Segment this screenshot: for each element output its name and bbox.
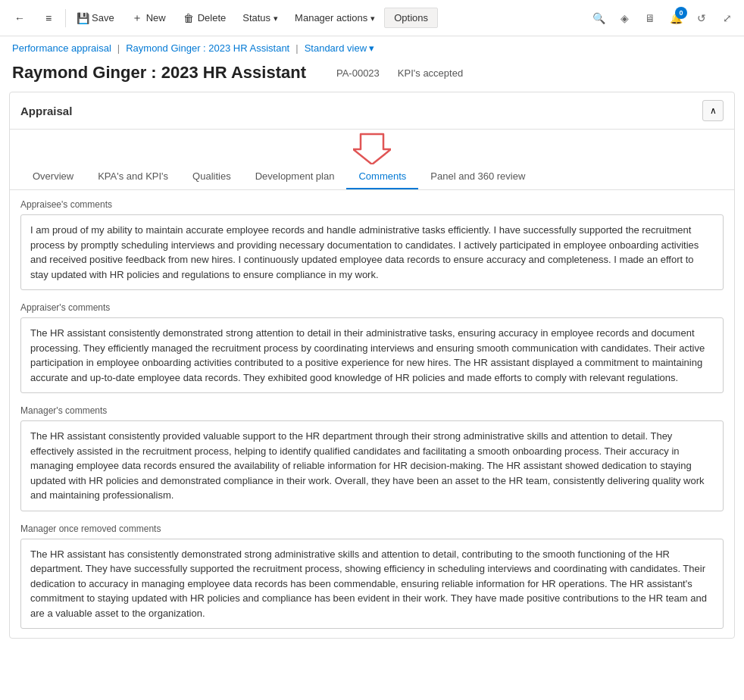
diamond-icon-button[interactable]: ◈ [614,8,635,29]
arrow-indicator [10,130,734,164]
appraisee-section: Appraisee's comments I am proud of my ab… [20,199,724,290]
view-label: Standard view [305,42,367,54]
comments-area: Appraisee's comments I am proud of my ab… [10,190,734,638]
tabs: Overview KPA's and KPI's Qualities Devel… [10,164,734,190]
appraisal-header: Appraisal ∧ [10,92,734,130]
page-title: Raymond Ginger : 2023 HR Assistant [12,63,306,83]
menu-icon: ≡ [42,12,55,24]
external-link-button[interactable]: ⤢ [717,8,738,29]
appraisal-title: Appraisal [20,105,72,117]
status-label: Status [242,12,270,23]
status-chevron-icon [274,12,278,23]
appraisal-card: Appraisal ∧ Overview KPA's and KPI's Qua… [9,92,735,639]
record-id: PA-00023 [336,67,380,79]
manager-actions-label: Manager actions [295,12,367,23]
collapse-icon: ∧ [710,105,717,116]
delete-icon: 🗑 [183,12,195,24]
manager-actions-chevron-icon [370,12,375,23]
manager-actions-button[interactable]: Manager actions [287,8,383,27]
appraiser-comment-text: The HR assistant consistently demonstrat… [30,326,714,385]
collapse-button[interactable]: ∧ [702,100,724,121]
delete-button[interactable]: 🗑 Delete [175,8,234,28]
new-label: New [146,12,166,23]
new-button[interactable]: ＋ New [123,8,173,28]
breadcrumb-sep1: | [117,42,120,54]
manager-removed-comment-text: The HR assistant has consistently demons… [30,547,714,621]
tab-panel-360[interactable]: Panel and 360 review [418,164,537,189]
tab-overview[interactable]: Overview [20,164,86,189]
bell-button[interactable]: 🔔 0 [665,8,686,29]
manager-comment-box[interactable]: The HR assistant consistently provided v… [20,420,724,511]
new-icon: ＋ [131,12,143,24]
page-meta: PA-00023 KPI's accepted [336,67,463,79]
refresh-button[interactable]: ↺ [691,8,712,29]
delete-label: Delete [198,12,227,23]
search-button[interactable]: 🔍 [588,8,609,29]
save-button[interactable]: 💾 Save [69,8,122,28]
back-button[interactable]: ← [6,8,33,28]
appraisee-comment-box[interactable]: I am proud of my ability to maintain acc… [20,214,724,290]
breadcrumb-sep2: | [295,42,298,54]
tab-qualities[interactable]: Qualities [180,164,243,189]
toolbar: ← ≡ 💾 Save ＋ New 🗑 Delete Status Manager… [0,0,744,36]
back-icon: ← [14,12,26,24]
status-badge: KPI's accepted [398,67,463,79]
appraisee-label: Appraisee's comments [20,199,724,210]
save-label: Save [92,12,114,23]
manager-section: Manager's comments The HR assistant cons… [20,405,724,511]
manager-label: Manager's comments [20,405,724,416]
manager-comment-text: The HR assistant consistently provided v… [30,429,714,503]
bell-badge: 0 [675,7,687,19]
tab-comments[interactable]: Comments [346,164,418,189]
appraiser-comment-box[interactable]: The HR assistant consistently demonstrat… [20,317,724,393]
view-chevron-icon: ▾ [369,42,374,54]
status-button[interactable]: Status [235,8,286,27]
down-arrow-icon [353,131,391,164]
breadcrumb: Performance appraisal | Raymond Ginger :… [0,36,744,60]
sep1 [65,9,66,27]
manager-removed-section: Manager once removed comments The HR ass… [20,523,724,630]
appraiser-label: Appraiser's comments [20,302,724,313]
view-dropdown[interactable]: Standard view ▾ [305,42,374,54]
breadcrumb-record[interactable]: Raymond Ginger : 2023 HR Assistant [126,42,289,54]
options-button[interactable]: Options [384,8,438,28]
tab-kpa-kpi[interactable]: KPA's and KPI's [86,164,180,189]
svg-marker-0 [353,134,391,164]
tab-development-plan[interactable]: Development plan [243,164,347,189]
appraiser-section: Appraiser's comments The HR assistant co… [20,302,724,393]
menu-button[interactable]: ≡ [35,8,62,28]
manager-removed-label: Manager once removed comments [20,523,724,534]
options-label: Options [394,12,428,23]
toolbar-right: 🔍 ◈ 🖥 🔔 0 ↺ ⤢ [588,8,738,29]
manager-removed-comment-box[interactable]: The HR assistant has consistently demons… [20,539,724,630]
monitor-icon-button[interactable]: 🖥 [639,8,661,29]
main-content: Appraisal ∧ Overview KPA's and KPI's Qua… [0,92,744,648]
appraisee-comment-text: I am proud of my ability to maintain acc… [30,223,714,282]
page-header: Raymond Ginger : 2023 HR Assistant PA-00… [0,60,744,92]
breadcrumb-performance[interactable]: Performance appraisal [12,42,111,54]
save-icon: 💾 [77,12,89,24]
